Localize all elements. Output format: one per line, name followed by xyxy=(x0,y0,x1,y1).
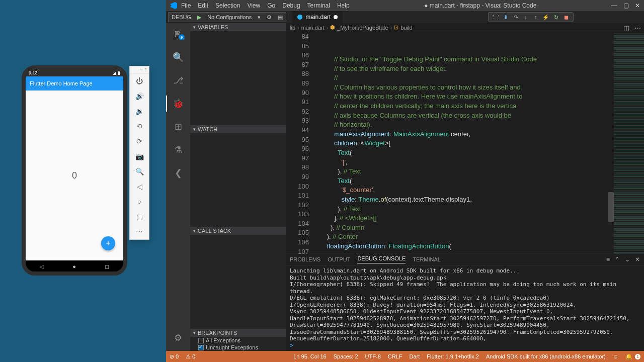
menu-bar[interactable]: FileEditSelectionViewGoDebugTerminalHelp xyxy=(181,2,350,9)
uncaught-exceptions-checkbox[interactable]: Uncaught Exceptions xyxy=(190,344,286,351)
status-item[interactable]: Android SDK built for x86 (android-x86 e… xyxy=(482,353,609,359)
breadcrumb[interactable]: lib›main.dart›⬢_MyHomePageState›⊡build xyxy=(286,23,644,32)
pause-icon[interactable]: ⏸ xyxy=(501,14,511,20)
nav-home-icon[interactable]: ● xyxy=(72,263,76,269)
status-item[interactable]: Ln 95, Col 16 xyxy=(290,353,330,359)
debug-run-controls[interactable]: ⋮⋮ ⏸ ↷ ↓ ↑ ⚡ ↻ ◼ xyxy=(488,12,574,22)
debug-config-bar[interactable]: DEBUG ▶ No Configurations ▾ ⚙ ▤ xyxy=(168,12,286,22)
panel-close-icon[interactable]: ✕ xyxy=(635,256,640,263)
activity-bar[interactable]: 🗎9 🔍 ⎇ 🐞 ⊞ ⚗ ❮ ⚙ xyxy=(166,23,190,351)
panel-controls[interactable]: ≡ ⌃ ⌄ ✕ xyxy=(606,256,640,263)
debug-console-output[interactable]: Launching lib\main.dart on Android SDK b… xyxy=(286,265,644,342)
split-editor-icon[interactable]: ◫ xyxy=(623,24,629,32)
scm-icon[interactable]: ⎇ xyxy=(166,72,190,88)
debug-activity-icon[interactable]: 🐞 xyxy=(166,96,190,112)
nav-recent-icon[interactable]: ◻ xyxy=(105,263,109,270)
debug-sidebar[interactable]: ▾Variables ▾Watch ▾Call Stack ▾Breakpoin… xyxy=(190,23,286,351)
code-content[interactable]: 💡 // Studio, or the "Toggle Debug Paint"… xyxy=(316,32,614,253)
panel-expand-icon[interactable]: ⌄ xyxy=(625,256,630,263)
explorer-icon[interactable]: 🗎9 xyxy=(166,26,190,42)
maximize-icon[interactable]: ▢ xyxy=(623,2,629,9)
hot-reload-icon[interactable]: ⚡ xyxy=(541,14,551,21)
console-icon[interactable]: ▤ xyxy=(275,14,286,21)
menu-view[interactable]: View xyxy=(247,2,260,9)
status-item[interactable]: Spaces: 2 xyxy=(330,353,362,359)
statusbar[interactable]: ⊘ 0⚠ 0 Ln 95, Col 16Spaces: 2UTF-8CRLFDa… xyxy=(166,351,644,362)
debug-config[interactable]: No Configurations xyxy=(204,14,255,20)
phone-fab-button[interactable]: + xyxy=(101,236,115,250)
gear-icon[interactable]: ⚙ xyxy=(264,14,275,21)
bottom-panel[interactable]: PROBLEMSOUTPUTDEBUG CONSOLETERMINAL ≡ ⌃ … xyxy=(286,253,644,351)
status-item[interactable]: ⚠ 0 xyxy=(182,353,199,360)
notifications-bell[interactable]: 🔔1 xyxy=(622,351,644,362)
more-actions-icon[interactable]: ⋯ xyxy=(634,24,641,32)
start-debug-icon[interactable]: ▶ xyxy=(194,14,204,21)
volume-down-icon[interactable]: 🔉 xyxy=(130,104,149,119)
minimize-icon[interactable]: — xyxy=(611,2,617,9)
status-item[interactable]: CRLF xyxy=(384,353,406,359)
scrollbar-thumb[interactable] xyxy=(608,192,614,222)
camera-icon[interactable]: 📷 xyxy=(130,149,149,164)
menu-edit[interactable]: Edit xyxy=(198,2,208,9)
feedback-icon[interactable]: ☺ xyxy=(609,351,622,362)
extensions-icon[interactable]: ⊞ xyxy=(166,119,190,135)
zoom-icon[interactable]: 🔍 xyxy=(130,164,149,179)
clear-console-icon[interactable]: ≡ xyxy=(606,256,610,263)
step-over-icon[interactable]: ↷ xyxy=(511,14,521,21)
step-out-icon[interactable]: ↑ xyxy=(531,14,541,20)
search-activity-icon[interactable]: 🔍 xyxy=(166,49,190,65)
debug-console-input[interactable]: > xyxy=(286,342,644,351)
power-icon[interactable]: ⏻ xyxy=(130,73,149,88)
menu-help[interactable]: Help xyxy=(337,2,350,9)
panel-tab-debug-console[interactable]: DEBUG CONSOLE xyxy=(357,255,406,263)
restart-icon[interactable]: ↻ xyxy=(551,14,561,21)
stop-icon[interactable]: ◼ xyxy=(561,14,571,21)
breadcrumb-item[interactable]: _MyHomePageState xyxy=(337,25,388,31)
tab-main-dart[interactable]: main.dart xyxy=(292,11,343,23)
menu-terminal[interactable]: Terminal xyxy=(307,2,330,9)
nav-back-icon[interactable]: ◁ xyxy=(40,263,44,270)
menu-file[interactable]: File xyxy=(181,2,191,9)
close-icon[interactable]: ✕ xyxy=(635,2,640,9)
back-icon[interactable]: ◁ xyxy=(130,179,149,194)
breadcrumb-item[interactable]: main.dart xyxy=(301,25,325,31)
status-item[interactable]: ⊘ 0 xyxy=(166,353,182,360)
home-icon[interactable]: ○ xyxy=(130,194,149,209)
titlebar[interactable]: FileEditSelectionViewGoDebugTerminalHelp… xyxy=(166,0,644,11)
menu-debug[interactable]: Debug xyxy=(282,2,300,9)
settings-gear-icon[interactable]: ⚙ xyxy=(166,330,190,346)
drag-handle-icon[interactable]: ⋮⋮ xyxy=(491,14,501,21)
panel-collapse-icon[interactable]: ⌃ xyxy=(615,256,620,263)
breakpoints-header[interactable]: ▾Breakpoints xyxy=(190,329,286,337)
overview-icon[interactable]: ▢ xyxy=(130,209,149,224)
status-item[interactable]: UTF-8 xyxy=(362,353,384,359)
test-icon[interactable]: ⚗ xyxy=(166,142,190,158)
editor-actions[interactable]: ◫ ⋯ xyxy=(623,24,641,32)
more-icon[interactable]: ⋯ xyxy=(130,224,149,239)
volume-up-icon[interactable]: 🔊 xyxy=(130,88,149,104)
panel-tab-terminal[interactable]: TERMINAL xyxy=(413,256,441,262)
panel-tab-output[interactable]: OUTPUT xyxy=(328,256,350,262)
breadcrumb-item[interactable]: lib xyxy=(290,25,295,31)
minimap[interactable] xyxy=(614,32,644,253)
panel-tabs[interactable]: PROBLEMSOUTPUTDEBUG CONSOLETERMINAL ≡ ⌃ … xyxy=(286,253,644,265)
status-item[interactable]: Dart xyxy=(406,353,424,359)
panel-tab-problems[interactable]: PROBLEMS xyxy=(290,256,320,262)
menu-selection[interactable]: Selection xyxy=(215,2,240,9)
all-exceptions-checkbox[interactable]: All Exceptions xyxy=(190,337,286,344)
breadcrumb-item[interactable]: build xyxy=(400,25,412,31)
config-dropdown-icon[interactable]: ▾ xyxy=(255,14,264,21)
code-pane[interactable]: 8485868788899091929394959697989910010110… xyxy=(286,32,644,253)
menu-go[interactable]: Go xyxy=(267,2,275,9)
rotate-left-icon[interactable]: ⟲ xyxy=(130,119,149,134)
emulator-titlebar[interactable]: –× xyxy=(130,66,149,73)
flutter-icon[interactable]: ❮ xyxy=(166,165,190,181)
watch-header[interactable]: ▾Watch xyxy=(190,125,286,133)
callstack-header[interactable]: ▾Call Stack xyxy=(190,227,286,235)
phone-navbar[interactable]: ◁ ● ◻ xyxy=(26,260,123,273)
window-controls[interactable]: — ▢ ✕ xyxy=(611,2,640,9)
variables-header[interactable]: ▾Variables xyxy=(190,23,286,31)
step-into-icon[interactable]: ↓ xyxy=(521,14,531,20)
rotate-right-icon[interactable]: ⟳ xyxy=(130,134,149,149)
phone-body[interactable]: 0 + xyxy=(26,90,123,260)
